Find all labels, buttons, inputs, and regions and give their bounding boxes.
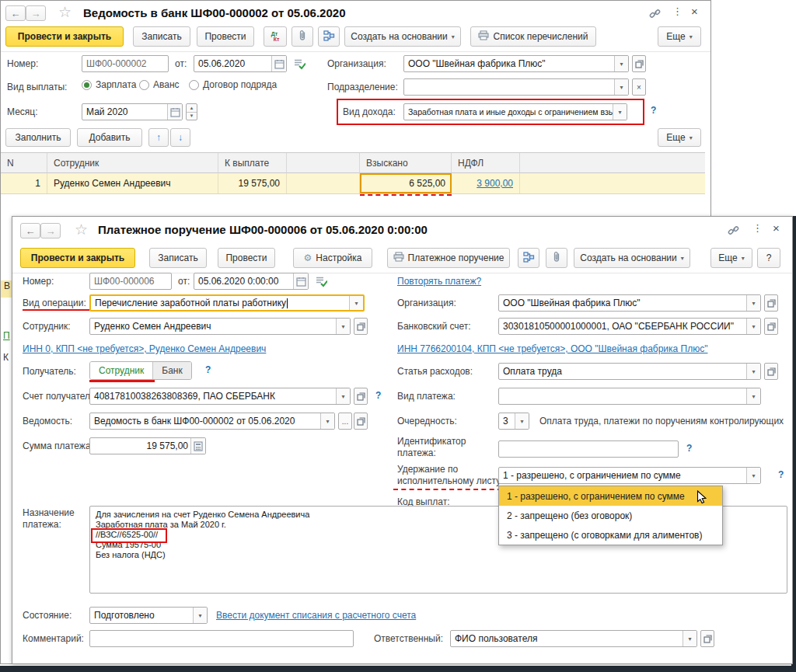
dropdown-item-2[interactable]: 2 - запрещено (без оговорок) bbox=[499, 506, 722, 525]
chevron-down-icon[interactable]: ▾ bbox=[746, 319, 760, 334]
forward-button[interactable]: → bbox=[40, 223, 61, 239]
post-and-close-button[interactable]: Провести и закрыть bbox=[20, 248, 135, 268]
spinner-up-icon[interactable]: ▲ bbox=[187, 104, 197, 112]
close-icon[interactable]: × bbox=[691, 5, 698, 18]
responsible-combo[interactable]: ФИО пользователя ▾ bbox=[450, 630, 697, 647]
col-header-collected[interactable]: Взыскано bbox=[360, 153, 452, 173]
payment-order-print-button[interactable]: Платежное поручение bbox=[387, 248, 510, 268]
transfer-list-button[interactable]: Список перечислений bbox=[470, 26, 596, 47]
chevron-down-icon[interactable]: ▾ bbox=[614, 56, 628, 71]
get-link-icon[interactable] bbox=[649, 8, 661, 19]
chevron-down-icon[interactable]: ▾ bbox=[193, 608, 207, 623]
close-icon[interactable]: × bbox=[773, 221, 780, 235]
month-spinner[interactable]: ▲▼ bbox=[186, 103, 197, 120]
save-button[interactable]: Записать bbox=[149, 248, 207, 268]
move-down-button[interactable]: ↓ bbox=[170, 128, 190, 147]
operation-type-combo[interactable]: Перечисление заработной платы работнику … bbox=[89, 294, 365, 312]
open-icon[interactable] bbox=[764, 318, 778, 335]
col-header-blank[interactable] bbox=[287, 153, 360, 173]
structure-button[interactable] bbox=[318, 26, 340, 47]
month-field[interactable]: Май 2020 bbox=[82, 103, 183, 120]
more-button[interactable]: Еще▾ bbox=[710, 248, 752, 268]
open-icon[interactable] bbox=[700, 630, 714, 647]
chevron-down-icon[interactable]: ▾ bbox=[746, 388, 760, 404]
payee-inn-link[interactable]: ИНН 0, КПП <не требуется>, Руденко Семен… bbox=[23, 343, 266, 354]
save-button[interactable]: Записать bbox=[133, 26, 190, 47]
datetime-field[interactable]: 05.06.2020 0:00:00 bbox=[194, 273, 309, 290]
col-header-ndfl[interactable]: НДФЛ bbox=[452, 153, 520, 173]
favorite-star-icon[interactable]: ☆ bbox=[75, 221, 88, 239]
dropdown-item-1[interactable]: 1 - разрешено, с ограничением по сумме bbox=[499, 486, 722, 506]
more-button[interactable]: Еще▾ bbox=[658, 26, 701, 47]
calendar-icon[interactable] bbox=[293, 273, 308, 289]
payment-kind-combo[interactable]: ▾ bbox=[498, 388, 761, 405]
clear-icon[interactable]: × bbox=[632, 78, 646, 96]
add-button[interactable]: Добавить bbox=[77, 128, 142, 147]
open-icon[interactable] bbox=[632, 55, 646, 72]
forward-button[interactable]: → bbox=[26, 5, 46, 21]
attachments-button[interactable] bbox=[546, 248, 567, 268]
move-up-button[interactable]: ↑ bbox=[148, 128, 169, 147]
payer-inn-link[interactable]: ИНН 7766200104, КПП <не требуется>, ООО … bbox=[397, 343, 707, 354]
create-based-on-button[interactable]: Создать на основании▾ bbox=[574, 248, 690, 268]
more-button-table[interactable]: Еще▾ bbox=[658, 128, 701, 147]
priority-combo[interactable]: 3 ▾ bbox=[498, 413, 529, 430]
chevron-down-icon[interactable]: ▾ bbox=[614, 79, 628, 95]
payment-amount-field[interactable]: 19 575,00 bbox=[89, 437, 206, 454]
settings-button[interactable]: ⚙ Настройка bbox=[293, 248, 372, 268]
chevron-down-icon[interactable]: ▾ bbox=[746, 295, 760, 311]
organization-combo[interactable]: ООО "Швейная фабрика Плюс" ▾ bbox=[498, 294, 761, 312]
table-row-cell-to-pay[interactable]: 19 575,00 bbox=[218, 173, 287, 193]
repeat-payment-link[interactable]: Повторять платеж? bbox=[397, 276, 481, 287]
help-button[interactable]: ? bbox=[757, 248, 780, 268]
help-icon[interactable]: ? bbox=[778, 469, 784, 480]
back-button[interactable]: ← bbox=[20, 223, 40, 239]
chevron-down-icon[interactable]: ▾ bbox=[746, 468, 760, 483]
tab-bank[interactable]: Банк bbox=[152, 362, 190, 379]
organization-combo[interactable]: ООО "Швейная фабрика Плюс" ▾ bbox=[403, 55, 629, 72]
open-icon[interactable] bbox=[764, 294, 778, 312]
fill-check-icon[interactable] bbox=[315, 275, 327, 287]
chevron-down-icon[interactable]: ▾ bbox=[683, 631, 696, 646]
post-button[interactable]: Провести bbox=[197, 26, 254, 47]
calendar-icon[interactable] bbox=[167, 104, 182, 120]
table-row-cell-blank2[interactable] bbox=[520, 173, 705, 193]
favorite-star-icon[interactable]: ☆ bbox=[58, 3, 72, 21]
chevron-down-icon[interactable]: ▾ bbox=[349, 296, 363, 310]
post-and-close-button[interactable]: Провести и закрыть bbox=[5, 26, 124, 47]
chevron-down-icon[interactable]: ▾ bbox=[515, 413, 529, 429]
col-header-n[interactable]: N bbox=[1, 153, 47, 173]
structure-button[interactable] bbox=[518, 248, 539, 268]
date-field[interactable]: 05.06.2020 bbox=[194, 55, 287, 72]
col-header-to-pay[interactable]: К выплате bbox=[218, 153, 287, 173]
table-row-cell-blank[interactable] bbox=[287, 173, 360, 193]
tab-employee[interactable]: Сотрудник bbox=[90, 362, 152, 379]
get-link-icon[interactable] bbox=[728, 225, 739, 236]
ellipsis-button[interactable]: ... bbox=[338, 413, 352, 430]
help-icon[interactable]: ? bbox=[651, 105, 656, 116]
back-button[interactable]: ← bbox=[5, 5, 26, 21]
more-vertical-icon[interactable]: ⋮ bbox=[752, 222, 763, 234]
help-icon[interactable]: ? bbox=[686, 443, 692, 454]
chevron-down-icon[interactable]: ▾ bbox=[336, 388, 350, 404]
ndfl-link[interactable]: 3 900,00 bbox=[477, 178, 513, 189]
chevron-down-icon[interactable]: ▾ bbox=[336, 319, 350, 334]
spinner-down-icon[interactable]: ▼ bbox=[187, 112, 197, 120]
calculator-icon[interactable] bbox=[190, 438, 205, 454]
post-button[interactable]: Провести bbox=[218, 248, 275, 268]
chevron-down-icon[interactable]: ▾ bbox=[613, 104, 627, 120]
expense-item-combo[interactable]: Оплата труда ▾ bbox=[498, 363, 761, 380]
radio-zarplata[interactable]: Зарплата bbox=[82, 79, 137, 90]
table-row-cell-ndfl[interactable]: 3 900,00 bbox=[452, 173, 520, 193]
calendar-icon[interactable] bbox=[271, 56, 286, 71]
payee-account-combo[interactable]: 40817810038263808369, ПАО СБЕРБАНК ▾ bbox=[89, 388, 351, 405]
withholding-combo[interactable]: 1 - разрешено, с ограничением по сумме ▾ bbox=[498, 467, 761, 484]
table-row-cell-n[interactable]: 1 bbox=[1, 173, 47, 193]
number-field[interactable]: ШФ00-000002 bbox=[82, 55, 169, 72]
dtkt-button[interactable]: ДтКт bbox=[264, 26, 287, 47]
open-icon[interactable] bbox=[354, 318, 368, 335]
radio-avans[interactable]: Аванс bbox=[139, 79, 180, 90]
chevron-down-icon[interactable]: ▾ bbox=[746, 364, 760, 379]
payment-id-field[interactable] bbox=[498, 440, 679, 458]
col-header-employee[interactable]: Сотрудник bbox=[47, 153, 218, 173]
